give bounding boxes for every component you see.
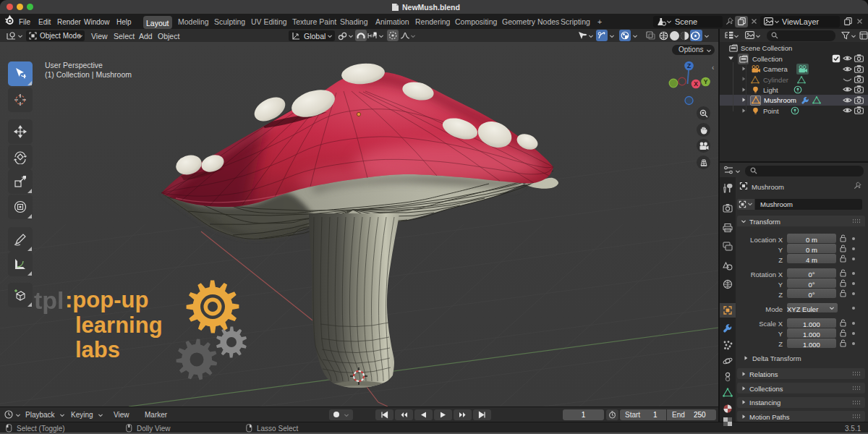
svg-text:X: X [694, 80, 698, 88]
svg-text:Y: Y [704, 78, 708, 85]
svg-text:Z: Z [687, 62, 691, 69]
